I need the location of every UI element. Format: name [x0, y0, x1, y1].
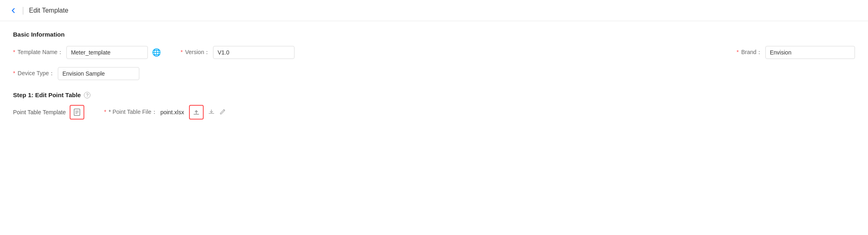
point-table-template-area: Point Table Template: [13, 105, 84, 120]
header-divider: |: [22, 6, 24, 15]
download-icon[interactable]: [208, 108, 215, 117]
globe-icon[interactable]: 🌐: [152, 48, 161, 57]
brand-field: * Brand：: [736, 46, 855, 59]
template-icon: [73, 108, 81, 116]
back-button[interactable]: [10, 7, 17, 14]
basic-info-title: Basic Information: [13, 31, 855, 38]
upload-icon: [193, 109, 200, 116]
required-star-brand: *: [736, 49, 738, 55]
page-content: Basic Information * Template Name： 🌐 * V…: [0, 21, 868, 129]
version-label: * Version：: [180, 49, 210, 56]
page-title: Edit Template: [29, 7, 68, 14]
version-field: * Version：: [180, 46, 294, 59]
point-table-row: Point Table Template * * Point Table Fil…: [13, 105, 855, 120]
template-name-label: * Template Name：: [13, 49, 63, 56]
device-type-input[interactable]: [58, 67, 139, 80]
point-table-template-label: Point Table Template: [13, 109, 66, 115]
template-name-input[interactable]: [66, 46, 148, 59]
required-star-name: *: [13, 49, 15, 55]
brand-input[interactable]: [765, 46, 855, 59]
step1-section: Step 1: Edit Point Table ? Point Table T…: [13, 91, 855, 120]
file-name: point.xlsx: [160, 109, 184, 115]
version-input[interactable]: [213, 46, 294, 59]
required-star-device: *: [13, 70, 15, 76]
device-type-label: * Device Type：: [13, 70, 55, 77]
point-table-file-area: * * Point Table File： point.xlsx: [104, 105, 226, 120]
upload-button[interactable]: [189, 105, 204, 120]
required-star-file: *: [104, 109, 106, 115]
required-star-version: *: [180, 49, 182, 55]
device-type-field: * Device Type：: [13, 67, 139, 80]
help-icon[interactable]: ?: [84, 92, 90, 98]
point-table-file-label: * * Point Table File：: [104, 109, 157, 116]
brand-label: * Brand：: [736, 49, 762, 56]
form-row-2: * Device Type：: [13, 67, 855, 80]
template-download-button[interactable]: [70, 105, 84, 120]
page-header: | Edit Template: [0, 0, 868, 21]
step1-title: Step 1: Edit Point Table ?: [13, 91, 855, 98]
template-name-field: * Template Name： 🌐: [13, 46, 161, 59]
edit-icon[interactable]: [219, 108, 226, 117]
form-row-1: * Template Name： 🌐 * Version： * Brand：: [13, 46, 855, 59]
